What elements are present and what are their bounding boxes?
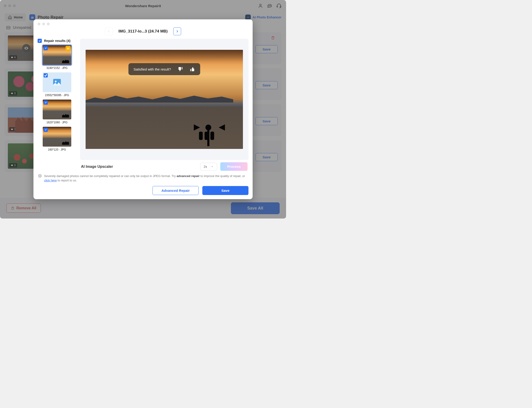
thumbs-up-icon[interactable] — [189, 66, 195, 72]
svg-rect-17 — [210, 132, 214, 140]
info-text: Severely damaged photos cannot be comple… — [44, 174, 248, 183]
chevron-left-icon — [107, 30, 111, 33]
svg-point-12 — [55, 81, 57, 82]
app-window: Wondershare Repairit Home Photo Repair A… — [0, 0, 286, 219]
modal-overlay: IMG_3117-lo...3 (24.74 MB) Repair result… — [0, 0, 286, 219]
result-checkbox[interactable] — [44, 101, 48, 105]
chevron-right-icon — [175, 30, 179, 33]
modal-maximize-button[interactable] — [47, 23, 50, 25]
ai-tag-icon: AI — [66, 46, 70, 51]
result-thumbnail: AI — [43, 45, 71, 65]
feedback-question: Satisfied with the result? — [134, 67, 171, 71]
result-checkbox[interactable] — [44, 46, 48, 50]
thumbs-down-icon[interactable] — [177, 66, 183, 72]
info-icon: i — [38, 174, 42, 178]
report-link[interactable]: click here — [44, 179, 57, 182]
results-header: Repair results (4) — [38, 39, 76, 43]
result-item[interactable]: 1620*1080 · JPG — [38, 100, 76, 124]
info-row: i Severely damaged photos cannot be comp… — [38, 171, 248, 183]
weathervane-silhouette — [188, 117, 229, 147]
image-placeholder-icon — [52, 77, 62, 87]
scale-select[interactable]: 2x — [200, 163, 217, 170]
svg-point-14 — [205, 125, 211, 130]
next-button[interactable] — [173, 27, 181, 35]
svg-rect-16 — [205, 132, 208, 140]
result-item[interactable]: 23552*59395 · JPG — [38, 72, 76, 97]
result-thumbnail — [43, 72, 71, 92]
result-item[interactable]: 160*120 · JPG — [38, 127, 76, 151]
result-item[interactable]: AI 3240*2152 · JPG — [38, 45, 76, 70]
result-caption: 160*120 · JPG — [38, 148, 76, 151]
prev-button[interactable] — [105, 27, 113, 35]
preview-header: IMG_3117-lo...3 (24.74 MB) — [38, 27, 248, 36]
svg-rect-15 — [199, 132, 203, 140]
results-pane: Repair results (4) AI 3240*2152 · JPG — [38, 39, 76, 171]
process-button[interactable]: Process — [220, 162, 248, 171]
result-caption: 3240*2152 · JPG — [38, 66, 76, 70]
results-header-label: Repair results (4) — [44, 39, 70, 43]
preview-pane: Satisfied with the result? AI Image Upsc… — [80, 39, 248, 171]
result-caption: 23552*59395 · JPG — [38, 94, 76, 97]
result-checkbox[interactable] — [44, 73, 48, 77]
modal-save-button[interactable]: Save — [202, 186, 248, 195]
select-all-checkbox[interactable] — [38, 39, 42, 43]
preview-file-name: IMG_3117-lo...3 (24.74 MB) — [118, 29, 168, 34]
scale-value: 2x — [204, 165, 207, 169]
preview-modal: IMG_3117-lo...3 (24.74 MB) Repair result… — [34, 19, 253, 199]
result-thumbnail — [43, 127, 71, 147]
feedback-bar: Satisfied with the result? — [129, 63, 200, 75]
check-icon — [38, 39, 41, 42]
chevron-down-icon — [211, 165, 214, 168]
upscaler-label: AI Image Upscaler — [81, 165, 113, 169]
modal-body: Repair results (4) AI 3240*2152 · JPG — [38, 39, 248, 171]
preview-image: Satisfied with the result? — [86, 50, 243, 149]
advanced-repair-button[interactable]: Advanced Repair — [152, 186, 199, 195]
preview-canvas: Satisfied with the result? — [80, 39, 248, 160]
modal-close-button[interactable] — [38, 23, 40, 25]
result-caption: 1620*1080 · JPG — [38, 121, 76, 124]
modal-actions: Advanced Repair Save — [38, 183, 248, 195]
modal-window-controls — [38, 23, 248, 25]
result-thumbnail — [43, 100, 71, 119]
upscaler-row: AI Image Upscaler 2x Process — [80, 160, 248, 171]
mountains-silhouette — [86, 93, 233, 102]
result-checkbox[interactable] — [44, 128, 48, 132]
modal-minimize-button[interactable] — [42, 23, 45, 25]
